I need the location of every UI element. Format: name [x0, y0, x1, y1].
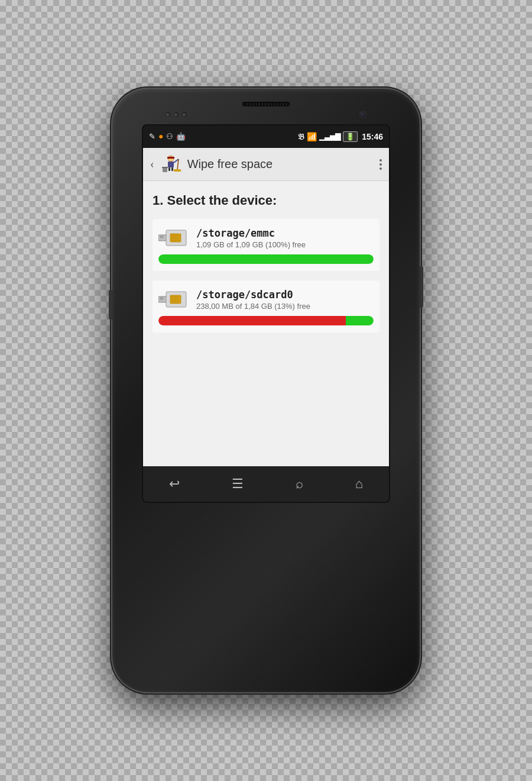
storage-name-emmc: /storage/emmc	[196, 227, 374, 239]
svg-rect-22	[160, 298, 163, 299]
nav-back-button[interactable]: ↩	[160, 472, 189, 496]
menu-dot-2	[379, 163, 382, 166]
wifi-icon: 📶	[307, 132, 317, 141]
svg-rect-5	[174, 169, 181, 172]
notification-icon: ●	[158, 132, 163, 141]
progress-bar-sdcard	[158, 316, 374, 325]
volume-button[interactable]	[109, 290, 112, 320]
signal-icon: ▁▃▅▇	[319, 133, 340, 141]
svg-rect-8	[163, 167, 167, 172]
menu-dot-1	[379, 159, 382, 162]
storage-icon-emmc	[158, 226, 189, 250]
svg-line-4	[177, 159, 179, 170]
phone-device: ✎ ● ⚇ 🤖 𝔅 📶 ▁▃▅▇ 🔋	[112, 89, 420, 692]
nav-bar: ↩ ☰ ⌕ ⌂	[143, 466, 389, 502]
storage-info-sdcard: /storage/sdcard0 238,00 MB of 1,84 GB (1…	[196, 289, 374, 311]
speaker-grill	[242, 102, 290, 106]
menu-dot-3	[379, 167, 382, 170]
progress-free	[346, 316, 374, 325]
section-title: 1. Select the device:	[153, 193, 379, 208]
bluetooth-icon: 𝔅	[298, 132, 304, 142]
storage-icon-sdcard	[158, 288, 189, 311]
nav-home-button[interactable]: ⌂	[346, 472, 372, 496]
svg-rect-2	[168, 162, 174, 167]
svg-rect-9	[162, 167, 168, 168]
dot-3	[182, 112, 187, 117]
nav-search-button[interactable]: ⌕	[286, 472, 313, 496]
progress-used	[158, 316, 346, 325]
svg-rect-11	[160, 236, 163, 238]
clock: 15:46	[362, 132, 383, 141]
status-icons-left: ✎ ● ⚇ 🤖	[149, 132, 186, 141]
storage-item-emmc[interactable]: /storage/emmc 1,09 GB of 1,09 GB (100%) …	[153, 219, 379, 271]
storage-name-sdcard: /storage/sdcard0	[196, 289, 374, 301]
screen: ✎ ● ⚇ 🤖 𝔅 📶 ▁▃▅▇ 🔋	[142, 124, 390, 503]
back-button[interactable]: ‹	[150, 157, 154, 171]
app-icon	[160, 154, 181, 175]
nav-menu-button[interactable]: ☰	[222, 472, 253, 496]
app-bar: ‹	[143, 148, 389, 181]
storage-size-emmc: 1,09 GB of 1,09 GB (100%) free	[196, 240, 374, 249]
svg-rect-7	[171, 167, 173, 171]
app-content: 1. Select the device:	[143, 181, 389, 466]
write-icon: ✎	[149, 132, 155, 141]
storage-info-emmc: /storage/emmc 1,09 GB of 1,09 GB (100%) …	[196, 227, 374, 249]
svg-rect-6	[168, 167, 170, 171]
android-icon: 🤖	[176, 132, 186, 141]
svg-rect-1	[167, 157, 174, 159]
usb-icon: ⚇	[166, 132, 173, 141]
app-title: Wipe free space	[187, 157, 379, 171]
battery-icon: 🔋	[343, 131, 358, 142]
progress-fill-emmc	[158, 254, 374, 264]
front-camera	[359, 111, 366, 118]
indicator-dots	[166, 112, 187, 117]
power-button[interactable]	[420, 266, 423, 308]
dot-1	[166, 112, 170, 117]
progress-fill-sdcard	[158, 316, 374, 325]
progress-bar-emmc	[158, 254, 374, 264]
overflow-menu-button[interactable]	[379, 159, 382, 170]
dot-2	[174, 112, 179, 117]
phone-top-bar	[166, 111, 366, 118]
storage-size-sdcard: 238,00 MB of 1,84 GB (13%) free	[196, 302, 374, 311]
storage-item-sdcard[interactable]: /storage/sdcard0 238,00 MB of 1,84 GB (1…	[153, 280, 379, 333]
status-icons-right: 𝔅 📶 ▁▃▅▇ 🔋 15:46	[298, 131, 383, 142]
status-bar: ✎ ● ⚇ 🤖 𝔅 📶 ▁▃▅▇ 🔋	[143, 125, 389, 148]
